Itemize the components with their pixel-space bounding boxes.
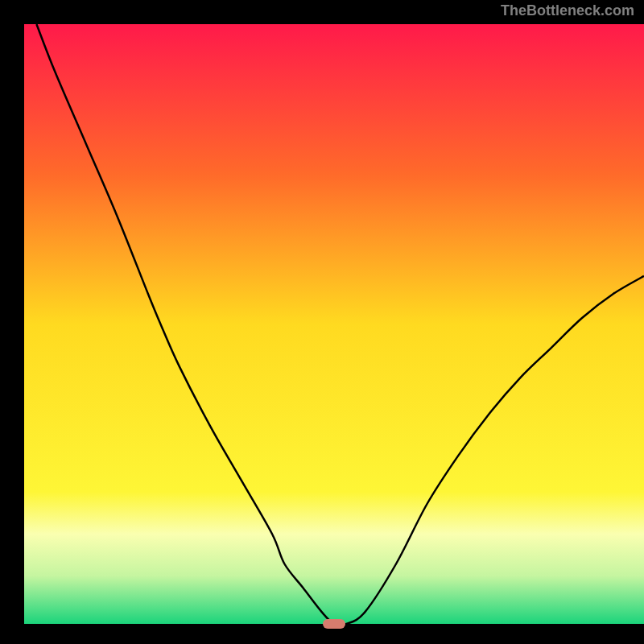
- chart-container: TheBottleneck.com: [0, 0, 644, 644]
- bottleneck-chart: [0, 0, 644, 644]
- watermark-label: TheBottleneck.com: [501, 2, 634, 19]
- plot-background: [24, 24, 644, 624]
- optimal-marker: [323, 619, 345, 629]
